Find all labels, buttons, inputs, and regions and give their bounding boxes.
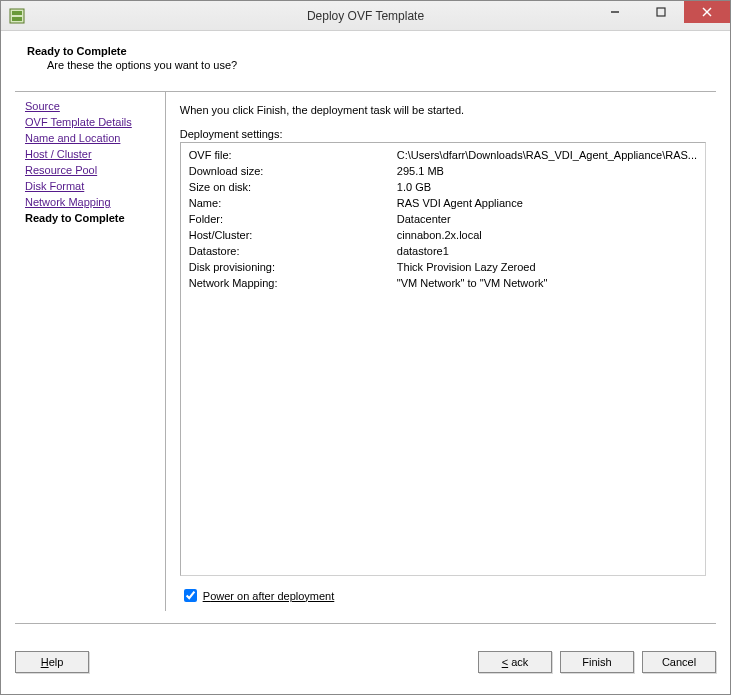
power-on-label[interactable]: Power on after deployment	[203, 590, 334, 602]
nav-host-cluster[interactable]: Host / Cluster	[25, 146, 155, 162]
setting-value: cinnabon.2x.local	[397, 227, 697, 243]
back-button[interactable]: < ack	[478, 651, 552, 673]
close-button[interactable]	[684, 1, 730, 23]
titlebar: Deploy OVF Template	[1, 1, 730, 31]
setting-value: datastore1	[397, 243, 697, 259]
setting-value: 1.0 GB	[397, 179, 697, 195]
window-controls	[592, 1, 730, 30]
setting-label: Network Mapping:	[189, 275, 397, 291]
button-bar: Help < ack Finish Cancel	[1, 646, 730, 678]
nav-name-and-location[interactable]: Name and Location	[25, 130, 155, 146]
setting-label: Size on disk:	[189, 179, 397, 195]
nav-disk-format[interactable]: Disk Format	[25, 178, 155, 194]
nav-resource-pool[interactable]: Resource Pool	[25, 162, 155, 178]
maximize-button[interactable]	[638, 1, 684, 23]
svg-rect-1	[12, 11, 22, 15]
nav-ovf-template-details[interactable]: OVF Template Details	[25, 114, 155, 130]
setting-label: Datastore:	[189, 243, 397, 259]
cancel-button[interactable]: Cancel	[642, 651, 716, 673]
setting-label: Download size:	[189, 163, 397, 179]
setting-row: Network Mapping: "VM Network" to "VM Net…	[189, 275, 697, 291]
page-title: Ready to Complete	[27, 45, 704, 57]
settings-box: OVF file: C:\Users\dfarr\Downloads\RAS_V…	[180, 142, 706, 576]
setting-value: RAS VDI Agent Appliance	[397, 195, 697, 211]
setting-label: Host/Cluster:	[189, 227, 397, 243]
window-title: Deploy OVF Template	[307, 9, 424, 23]
setting-value: Thick Provision Lazy Zeroed	[397, 259, 697, 275]
intro-text: When you click Finish, the deployment ta…	[180, 98, 706, 116]
setting-row: OVF file: C:\Users\dfarr\Downloads\RAS_V…	[189, 147, 697, 163]
nav-network-mapping[interactable]: Network Mapping	[25, 194, 155, 210]
app-icon	[9, 8, 25, 24]
main-area: Source OVF Template Details Name and Loc…	[15, 91, 716, 611]
setting-label: Name:	[189, 195, 397, 211]
setting-value: C:\Users\dfarr\Downloads\RAS_VDI_Agent_A…	[397, 147, 697, 163]
power-on-row: Power on after deployment	[180, 586, 706, 605]
setting-value: Datacenter	[397, 211, 697, 227]
setting-row: Folder: Datacenter	[189, 211, 697, 227]
wizard-nav: Source OVF Template Details Name and Loc…	[15, 92, 166, 611]
setting-row: Size on disk: 1.0 GB	[189, 179, 697, 195]
setting-row: Host/Cluster: cinnabon.2x.local	[189, 227, 697, 243]
setting-label: OVF file:	[189, 147, 397, 163]
page-subtitle: Are these the options you want to use?	[47, 59, 704, 71]
setting-value: "VM Network" to "VM Network"	[397, 275, 697, 291]
setting-label: Folder:	[189, 211, 397, 227]
separator	[15, 623, 716, 624]
svg-rect-2	[12, 17, 22, 21]
power-on-checkbox[interactable]	[184, 589, 197, 602]
settings-heading: Deployment settings:	[180, 128, 706, 140]
setting-row: Name: RAS VDI Agent Appliance	[189, 195, 697, 211]
finish-button[interactable]: Finish	[560, 651, 634, 673]
nav-source[interactable]: Source	[25, 98, 155, 114]
setting-value: 295.1 MB	[397, 163, 697, 179]
minimize-button[interactable]	[592, 1, 638, 23]
svg-rect-4	[657, 8, 665, 16]
nav-ready-to-complete: Ready to Complete	[25, 210, 155, 226]
content-column: When you click Finish, the deployment ta…	[166, 92, 716, 611]
wizard-header: Ready to Complete Are these the options …	[1, 31, 730, 81]
setting-row: Download size: 295.1 MB	[189, 163, 697, 179]
help-button[interactable]: Help	[15, 651, 89, 673]
setting-row: Datastore: datastore1	[189, 243, 697, 259]
setting-label: Disk provisioning:	[189, 259, 397, 275]
setting-row: Disk provisioning: Thick Provision Lazy …	[189, 259, 697, 275]
